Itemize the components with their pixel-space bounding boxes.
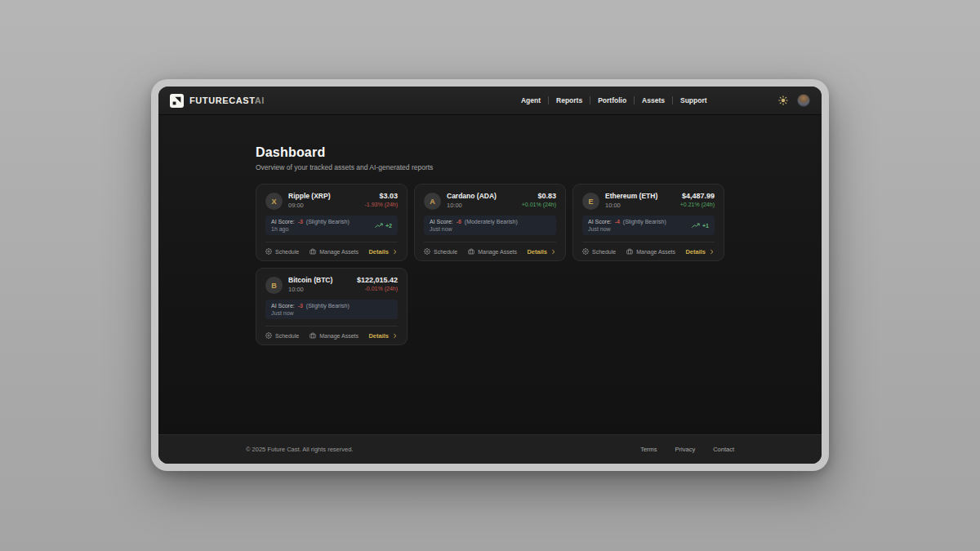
score-value: -6: [457, 219, 461, 224]
score-updated: Just now: [271, 310, 350, 316]
asset-price: $4,487.99: [680, 192, 715, 200]
asset-price: $3.03: [365, 192, 398, 200]
schedule-button[interactable]: Schedule: [582, 248, 616, 255]
manage-assets-button[interactable]: Manage Assets: [310, 248, 359, 255]
browser-window: FUTURECASTAI Agent Reports Portfolio Ass…: [151, 79, 829, 471]
details-button[interactable]: Details: [368, 332, 398, 340]
nav-item-support[interactable]: Support: [673, 96, 715, 104]
asset-change: -1.93% (24h): [365, 202, 398, 207]
manage-assets-button[interactable]: Manage Assets: [626, 248, 675, 255]
copyright-text: © 2025 Future Cast. All rights reserved.: [246, 446, 353, 453]
score-value: -4: [615, 219, 620, 224]
user-avatar[interactable]: [797, 94, 810, 107]
main-content: Dashboard Overview of your tracked asset…: [158, 115, 822, 434]
nav-item-reports[interactable]: Reports: [549, 96, 590, 104]
trending-up-icon: [375, 223, 383, 229]
asset-time: 10:00: [605, 202, 657, 209]
gear-icon: [582, 248, 589, 255]
briefcase-icon: [468, 248, 474, 255]
details-button[interactable]: Details: [527, 248, 556, 256]
manage-assets-button[interactable]: Manage Assets: [310, 332, 359, 339]
theme-toggle-sun-icon[interactable]: [778, 96, 788, 105]
nav-item-agent[interactable]: Agent: [514, 96, 548, 104]
score-updated: Just now: [430, 226, 518, 232]
asset-price: $0.83: [522, 192, 556, 200]
chevron-right-icon: [709, 249, 715, 255]
score-value: -3: [298, 219, 303, 224]
asset-coin-icon: B: [265, 277, 283, 294]
card-actions-bar: Schedule Manage Assets Details: [265, 326, 398, 344]
asset-price: $122,015.42: [357, 276, 398, 284]
asset-name: Ripple (XRP): [288, 192, 330, 200]
asset-card-bitcoin: B Bitcoin (BTC) 10:00 $122,015.42 -0.01%…: [256, 268, 408, 345]
asset-change: +0.21% (24h): [680, 202, 715, 207]
chevron-right-icon: [392, 333, 398, 339]
asset-time: 09:00: [288, 202, 330, 209]
asset-card-ethereum: E Ethereum (ETH) 10:00 $4,487.99 +0.21% …: [572, 184, 724, 261]
score-sentiment: (Slightly Bearish): [623, 219, 666, 224]
score-sentiment: (Moderately Bearish): [465, 219, 518, 224]
manage-assets-button[interactable]: Manage Assets: [468, 248, 517, 255]
briefcase-icon: [310, 332, 316, 339]
asset-name: Cardano (ADA): [447, 192, 497, 200]
schedule-button[interactable]: Schedule: [424, 248, 457, 255]
details-button[interactable]: Details: [368, 248, 398, 256]
page-title: Dashboard: [256, 145, 724, 160]
gear-icon: [265, 332, 272, 339]
card-actions-bar: Schedule Manage Assets Details: [424, 242, 556, 260]
footer-links: Terms Privacy Contact: [640, 446, 734, 453]
footer-link-contact[interactable]: Contact: [713, 446, 734, 453]
score-sentiment: (Slightly Bearish): [306, 219, 350, 224]
schedule-button[interactable]: Schedule: [265, 332, 299, 339]
asset-card-ripple: X Ripple (XRP) 09:00 $3.03 -1.93% (24h) …: [256, 184, 408, 261]
briefcase-icon: [626, 248, 633, 255]
footer-link-terms[interactable]: Terms: [640, 446, 657, 453]
score-delta: +2: [375, 223, 392, 229]
card-actions-bar: Schedule Manage Assets Details: [265, 242, 398, 260]
page-footer: © 2025 Future Cast. All rights reserved.…: [158, 434, 822, 464]
main-nav: Agent Reports Portfolio Assets Support: [514, 96, 715, 104]
nav-item-assets[interactable]: Assets: [635, 96, 672, 104]
trending-up-icon: [692, 223, 700, 229]
app-screen: FUTURECASTAI Agent Reports Portfolio Ass…: [158, 87, 822, 464]
brand-name: FUTURECASTAI: [189, 96, 265, 105]
score-label: AI Score:: [271, 303, 295, 309]
asset-name: Ethereum (ETH): [605, 192, 657, 200]
score-label: AI Score:: [588, 219, 612, 224]
nav-item-portfolio[interactable]: Portfolio: [590, 96, 634, 104]
asset-time: 10:00: [288, 286, 332, 293]
page-subtitle: Overview of your tracked assets and AI-g…: [256, 163, 724, 171]
details-button[interactable]: Details: [685, 248, 715, 256]
asset-coin-icon: E: [582, 193, 599, 210]
card-actions-bar: Schedule Manage Assets Details: [582, 242, 715, 260]
score-label: AI Score:: [430, 219, 453, 224]
gear-icon: [265, 248, 272, 255]
score-value: -3: [298, 303, 303, 309]
brand-logo-icon: [170, 94, 184, 108]
score-updated: 1h ago: [271, 226, 350, 232]
asset-coin-icon: A: [424, 193, 441, 210]
score-delta: +1: [692, 223, 709, 229]
asset-change: +0.01% (24h): [522, 202, 556, 207]
schedule-button[interactable]: Schedule: [265, 248, 299, 255]
footer-link-privacy[interactable]: Privacy: [675, 446, 696, 453]
score-label: AI Score:: [271, 219, 295, 224]
briefcase-icon: [310, 248, 316, 255]
asset-name: Bitcoin (BTC): [288, 276, 332, 284]
topbar-right-controls: [778, 94, 810, 107]
gear-icon: [424, 248, 430, 255]
brand-logo[interactable]: FUTURECASTAI: [170, 94, 265, 108]
asset-card-cardano: A Cardano (ADA) 10:00 $0.83 +0.01% (24h)…: [414, 184, 566, 261]
asset-card-grid: X Ripple (XRP) 09:00 $3.03 -1.93% (24h) …: [256, 184, 724, 345]
score-updated: Just now: [588, 226, 666, 232]
asset-time: 10:00: [447, 202, 497, 209]
chevron-right-icon: [550, 249, 556, 255]
chevron-right-icon: [392, 249, 398, 255]
score-sentiment: (Slightly Bearish): [306, 303, 350, 309]
top-navigation-bar: FUTURECASTAI Agent Reports Portfolio Ass…: [158, 87, 822, 115]
ai-score-panel: AI Score: -3 (Slightly Bearish) 1h ago +…: [265, 216, 398, 235]
asset-change: -0.01% (24h): [357, 286, 398, 291]
ai-score-panel: AI Score: -3 (Slightly Bearish) Just now: [265, 300, 398, 319]
ai-score-panel: AI Score: -6 (Moderately Bearish) Just n…: [424, 216, 556, 235]
asset-coin-icon: X: [265, 193, 283, 210]
